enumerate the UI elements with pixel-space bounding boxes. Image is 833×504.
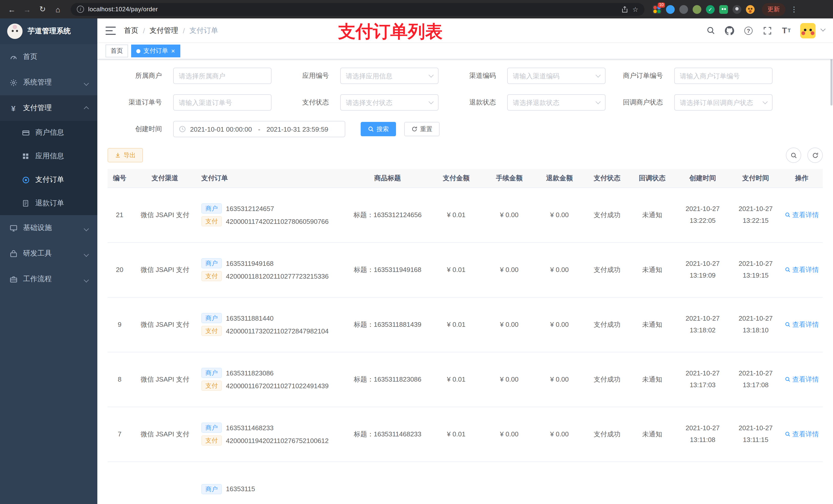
cell-id: 7 [108,407,132,461]
cell-amount: ¥ 0.01 [428,242,484,297]
show-search-toggle-icon[interactable] [786,147,801,163]
browser-forward-icon[interactable]: → [21,3,34,16]
cell-notify: 未通知 [629,352,675,407]
search-icon[interactable] [706,25,716,35]
reset-button[interactable]: 重置 [404,122,439,136]
sidebar-item-devtools[interactable]: 研发工具 [0,241,97,266]
col-status: 支付状态 [585,169,629,188]
cell-id: 21 [108,188,132,242]
cell-pay-time [731,461,781,504]
sidebar-logo-row[interactable]: 芋道管理系统 [0,19,97,44]
sidebar-item-infra[interactable]: 基础设施 [0,215,97,241]
extensions-pin-icon[interactable] [733,5,741,14]
sidebar-item-refund-order[interactable]: 退款订单 [0,192,97,215]
toolbox-icon [9,249,18,258]
col-pay-time: 支付时间 [731,169,781,188]
channel-order-no-input-wrap[interactable] [173,94,271,111]
search-button[interactable]: 搜索 [361,122,396,136]
cell-refund: ¥ 0.00 [534,407,585,461]
avatar-caret-icon[interactable] [821,23,825,32]
view-detail-link[interactable]: 查看详情 [785,320,819,329]
browser-back-icon[interactable]: ← [5,3,19,16]
refund-status-select[interactable] [507,94,605,111]
app-select[interactable] [340,68,438,84]
merchant-order-no-input-wrap[interactable] [674,68,772,84]
date-end: 2021-10-31 23:59:59 [266,125,328,133]
extension-chat-icon[interactable] [719,5,728,14]
sidebar-item-home[interactable]: 首页 [0,44,97,70]
view-detail-link[interactable]: 查看详情 [785,210,819,219]
user-avatar[interactable] [800,23,815,38]
bookmark-star-icon[interactable]: ☆ [633,5,638,13]
cell-amount [428,461,484,504]
fullscreen-icon[interactable] [762,25,772,35]
breadcrumb-home[interactable]: 首页 [124,26,138,35]
sidebar-item-workflow[interactable]: 工作流程 [0,266,97,292]
browser-reload-icon[interactable]: ↻ [36,3,49,16]
callback-status-input[interactable] [680,99,760,106]
pay-status-input[interactable] [346,99,426,106]
refresh-table-icon[interactable] [807,147,823,163]
extension-gray-icon[interactable] [679,5,688,14]
merchant-select-input[interactable] [179,72,266,80]
share-icon[interactable] [622,6,628,13]
help-icon[interactable]: ? [743,25,754,35]
pay-status-select[interactable] [340,94,438,111]
filter-row-1: 所属商户 应用编号 渠道编码 [108,68,823,84]
cell-order: 商户1635311468233 支付4200001194202110276752… [198,407,347,461]
browser-home-icon[interactable]: ⌂ [51,3,65,16]
browser-update-button[interactable]: 更新 [762,3,785,16]
refund-status-input[interactable] [513,99,593,106]
cell-actions [781,461,823,504]
browser-menu-icon[interactable]: ⋮ [790,5,798,13]
export-button[interactable]: 导出 [108,148,143,162]
cell-create-time: 2021-10-2713:22:05 [675,188,731,242]
sidebar-item-payment[interactable]: ¥ 支付管理 [0,95,97,121]
profile-emoji-icon[interactable] [746,5,755,14]
filter-row-2: 渠道订单号 支付状态 退款状态 [108,94,823,111]
merchant-select[interactable] [173,68,271,84]
channel-code-input[interactable] [513,72,593,80]
table-row: 21 微信 JSAPI 支付 商户1635312124657 支付4200001… [108,188,823,242]
extension-check-icon[interactable]: ✓ [706,5,715,14]
view-detail-link[interactable]: 查看详情 [785,375,819,384]
channel-code-select[interactable] [507,68,605,84]
sidebar-item-label: 工作流程 [23,274,52,284]
close-icon[interactable]: × [171,48,175,54]
view-detail-link[interactable]: 查看详情 [785,430,819,439]
tag-home[interactable]: 首页 [105,45,128,57]
table-row-partial: 商户16353115 [108,461,823,504]
extension-blue-icon[interactable] [666,5,675,14]
github-icon[interactable] [724,25,735,35]
merchant-order-no-input[interactable] [680,72,767,80]
extension-olive-icon[interactable] [693,5,701,14]
font-size-icon[interactable]: TT [781,25,791,35]
sidebar-item-pay-order[interactable]: 支付订单 [0,168,97,192]
col-amount: 支付金额 [428,169,484,188]
channel-order-no-input[interactable] [179,99,266,106]
sidebar-item-merchant-info[interactable]: 商户信息 [0,121,97,144]
app-select-input[interactable] [346,72,426,80]
cell-actions: 查看详情 [781,297,823,352]
table-row: 7 微信 JSAPI 支付 商户1635311468233 支付42000011… [108,407,823,461]
cell-refund: ¥ 0.00 [534,352,585,407]
col-channel: 支付渠道 [132,169,198,188]
cell-title: 标题：1635311949168 [347,242,428,297]
browser-address-bar[interactable]: i localhost:1024/pay/order ☆ [71,3,644,16]
cell-channel: 微信 JSAPI 支付 [132,188,198,242]
cell-create-time: 2021-10-2713:17:03 [675,352,731,407]
breadcrumb-section[interactable]: 支付管理 [149,26,178,35]
pay-order-no: 4200001174202110278060590766 [226,217,329,225]
create-time-range-picker[interactable]: 2021-10-01 00:00:00 - 2021-10-31 23:59:5… [173,121,345,137]
extensions-area: 10 ✓ [653,5,755,14]
extensions-grid-icon[interactable]: 10 [653,5,661,14]
tag-pay-order[interactable]: 支付订单 × [131,45,180,57]
view-detail-link[interactable]: 查看详情 [785,265,819,274]
sidebar-item-system[interactable]: 系统管理 [0,70,97,95]
sidebar-item-app-info[interactable]: 应用信息 [0,144,97,168]
site-info-icon[interactable]: i [77,6,84,13]
pay-tag: 支付 [201,326,222,336]
sidebar-toggle-icon[interactable] [105,26,116,34]
yen-icon: ¥ [9,104,18,112]
callback-status-select[interactable] [674,94,772,111]
